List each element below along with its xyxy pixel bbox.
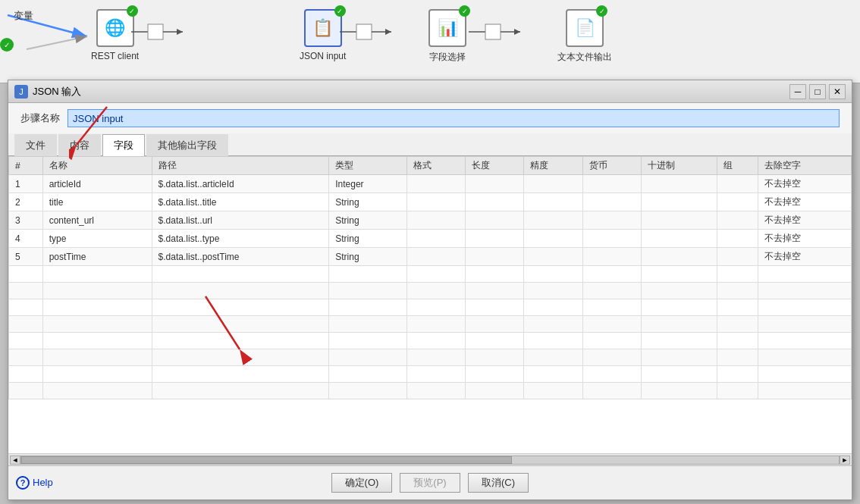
svg-rect-5 bbox=[148, 24, 163, 39]
empty-cell-7-7 bbox=[582, 383, 641, 399]
empty-cell-2-6 bbox=[524, 299, 582, 316]
col-header-num: # bbox=[9, 157, 43, 175]
col-header-length: 长度 bbox=[465, 157, 523, 175]
empty-cell-4-5 bbox=[465, 333, 523, 349]
empty-cell-7-4 bbox=[406, 383, 465, 399]
pipeline-node-field-select[interactable]: 📊 ✓ 字段选择 bbox=[428, 9, 466, 64]
empty-cell-5-9 bbox=[717, 349, 758, 366]
empty-cell-1-9 bbox=[717, 283, 758, 299]
tab-fields[interactable]: 字段 bbox=[102, 134, 145, 156]
table-header-row: # 名称 路径 类型 格式 长度 精度 货币 十进制 组 去除空字 bbox=[9, 157, 852, 175]
json-input-check: ✓ bbox=[334, 5, 346, 17]
scroll-left-btn[interactable]: ◄ bbox=[10, 455, 20, 465]
table-cell-2-3: String bbox=[329, 211, 406, 230]
tab-other-output[interactable]: 其他输出字段 bbox=[146, 134, 228, 156]
text-output-label: 文本文件输出 bbox=[557, 51, 612, 64]
tabs-bar: 文件 内容 字段 其他输出字段 bbox=[8, 133, 852, 156]
preview-button[interactable]: 预览(P) bbox=[400, 473, 460, 493]
scrollbar-track[interactable] bbox=[20, 455, 840, 465]
svg-marker-11 bbox=[385, 29, 391, 35]
step-name-input[interactable] bbox=[67, 109, 840, 127]
json-input-dialog: J JSON 输入 ─ □ ✕ 步骤名称 文件 内容 字段 其他输出字段 # 名… bbox=[8, 80, 852, 500]
table-row[interactable]: 5postTime$.data.list..postTimeString不去掉空 bbox=[9, 248, 852, 266]
table-row-empty bbox=[9, 333, 852, 349]
scrollbar-thumb[interactable] bbox=[21, 456, 512, 464]
table-row[interactable]: 4type$.data.list..typeString不去掉空 bbox=[9, 230, 852, 248]
empty-cell-6-10 bbox=[758, 366, 852, 383]
col-header-path: 路径 bbox=[152, 157, 329, 175]
table-cell-0-5 bbox=[465, 175, 523, 193]
main-content: # 名称 路径 类型 格式 长度 精度 货币 十进制 组 去除空字 1artic… bbox=[8, 156, 852, 498]
table-row[interactable]: 2title$.data.list..titleString不去掉空 bbox=[9, 193, 852, 211]
empty-cell-4-6 bbox=[524, 333, 582, 349]
field-select-check: ✓ bbox=[459, 5, 470, 17]
close-button[interactable]: ✕ bbox=[829, 84, 846, 99]
text-output-icon: 📄 ✓ bbox=[566, 9, 604, 47]
table-cell-2-0: 3 bbox=[9, 211, 43, 230]
empty-cell-6-0 bbox=[9, 366, 43, 383]
maximize-button[interactable]: □ bbox=[809, 84, 826, 99]
fields-table: # 名称 路径 类型 格式 长度 精度 货币 十进制 组 去除空字 1artic… bbox=[8, 156, 852, 399]
empty-cell-2-10 bbox=[758, 299, 852, 316]
empty-cell-1-6 bbox=[524, 283, 582, 299]
table-row[interactable]: 1articleId$.data.list..articleIdInteger不… bbox=[9, 175, 852, 193]
tab-file[interactable]: 文件 bbox=[14, 134, 57, 156]
table-cell-3-8 bbox=[641, 230, 717, 248]
table-cell-1-0: 2 bbox=[9, 193, 43, 211]
tab-content[interactable]: 内容 bbox=[58, 134, 101, 156]
empty-cell-0-3 bbox=[329, 266, 406, 283]
horizontal-scrollbar[interactable]: ◄ ► bbox=[8, 453, 852, 465]
cancel-button[interactable]: 取消(C) bbox=[468, 473, 529, 493]
col-header-decimal: 十进制 bbox=[641, 157, 717, 175]
var-label: 变量 bbox=[14, 9, 33, 23]
table-container[interactable]: # 名称 路径 类型 格式 长度 精度 货币 十进制 组 去除空字 1artic… bbox=[8, 156, 852, 453]
empty-cell-0-9 bbox=[717, 266, 758, 283]
table-cell-4-4 bbox=[406, 248, 465, 266]
col-header-name: 名称 bbox=[42, 157, 152, 175]
empty-cell-2-2 bbox=[152, 299, 329, 316]
empty-cell-1-5 bbox=[465, 283, 523, 299]
empty-cell-7-2 bbox=[152, 383, 329, 399]
dialog-title-left: J JSON 输入 bbox=[14, 85, 81, 99]
help-button[interactable]: ? Help bbox=[16, 476, 53, 490]
step-name-label: 步骤名称 bbox=[20, 111, 60, 125]
empty-cell-5-0 bbox=[9, 349, 43, 366]
empty-cell-7-5 bbox=[465, 383, 523, 399]
table-cell-2-10: 不去掉空 bbox=[758, 211, 852, 230]
table-row[interactable]: 3content_url$.data.list..urlString不去掉空 bbox=[9, 211, 852, 230]
empty-cell-6-9 bbox=[717, 366, 758, 383]
table-cell-0-0: 1 bbox=[9, 175, 43, 193]
empty-cell-3-6 bbox=[524, 316, 582, 333]
table-cell-4-8 bbox=[641, 248, 717, 266]
empty-cell-3-0 bbox=[9, 316, 43, 333]
empty-cell-2-7 bbox=[582, 299, 641, 316]
table-row-empty bbox=[9, 366, 852, 383]
minimize-button[interactable]: ─ bbox=[789, 84, 806, 99]
ok-button[interactable]: 确定(O) bbox=[331, 473, 392, 493]
table-cell-3-6 bbox=[524, 230, 582, 248]
pipeline-node-text-output[interactable]: 📄 ✓ 文本文件输出 bbox=[557, 9, 612, 64]
table-cell-3-1: type bbox=[42, 230, 152, 248]
table-cell-1-3: String bbox=[329, 193, 406, 211]
empty-cell-0-8 bbox=[641, 266, 717, 283]
table-cell-3-10: 不去掉空 bbox=[758, 230, 852, 248]
table-cell-0-6 bbox=[524, 175, 582, 193]
table-cell-4-2: $.data.list..postTime bbox=[152, 248, 329, 266]
empty-cell-6-5 bbox=[465, 366, 523, 383]
empty-cell-4-10 bbox=[758, 333, 852, 349]
empty-cell-5-3 bbox=[329, 349, 406, 366]
table-cell-3-3: String bbox=[329, 230, 406, 248]
empty-cell-5-4 bbox=[406, 349, 465, 366]
pipeline-area: 🌐 ✓ REST client 📋 ✓ JSON input 📊 ✓ 字段选择 bbox=[0, 0, 860, 83]
col-header-currency: 货币 bbox=[582, 157, 641, 175]
table-cell-0-9 bbox=[717, 175, 758, 193]
empty-cell-5-1 bbox=[42, 349, 152, 366]
scroll-right-btn[interactable]: ► bbox=[840, 455, 850, 465]
empty-cell-5-6 bbox=[524, 349, 582, 366]
empty-cell-5-10 bbox=[758, 349, 852, 366]
empty-cell-1-10 bbox=[758, 283, 852, 299]
empty-cell-3-4 bbox=[406, 316, 465, 333]
help-label: Help bbox=[33, 477, 53, 488]
table-cell-2-7 bbox=[582, 211, 641, 230]
table-cell-4-0: 5 bbox=[9, 248, 43, 266]
